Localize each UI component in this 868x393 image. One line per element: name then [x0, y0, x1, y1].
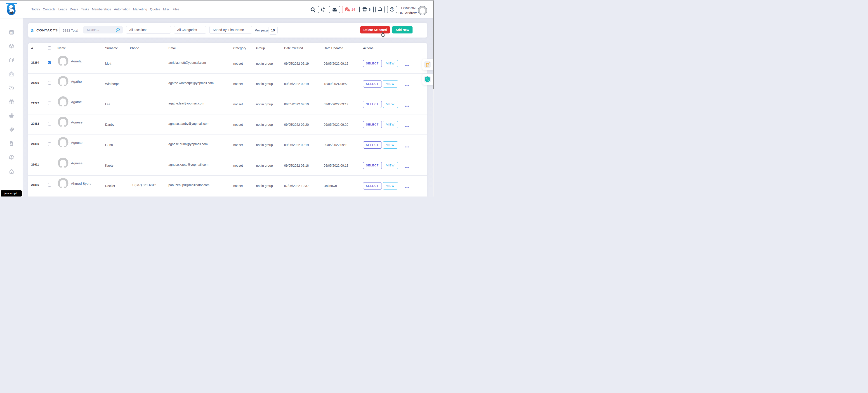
svg-text:?: ?: [391, 8, 393, 11]
svg-text:12: 12: [10, 32, 13, 34]
